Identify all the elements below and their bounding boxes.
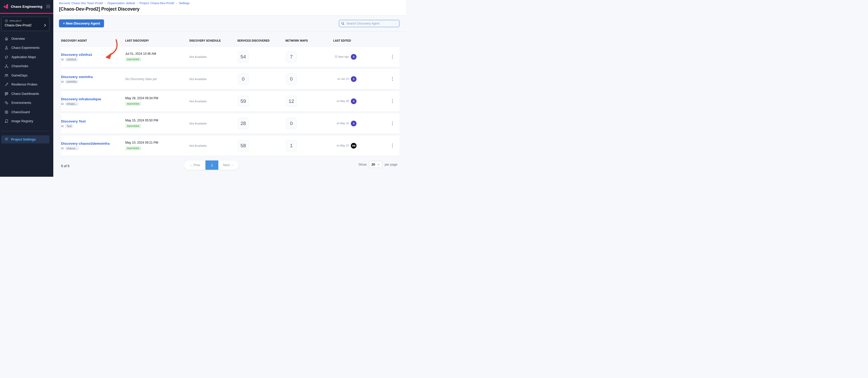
app-switcher-grid-icon[interactable]: [46, 4, 50, 8]
breadcrumb-account[interactable]: Account: Chaos Dev Team Prod2: [59, 2, 103, 5]
flask-icon: [4, 46, 8, 50]
sidebar-item-chaoshubs[interactable]: ChaosHubs: [0, 62, 53, 71]
status-badge: SUCCESS: [125, 146, 141, 150]
per-page-select[interactable]: 20: [369, 161, 382, 168]
sidebar-item-label: Image Registry: [11, 119, 33, 123]
next-page-button[interactable]: Next →: [218, 161, 239, 170]
table-row[interactable]: Discovery Test Id: Test May 15, 2024 05:…: [61, 113, 399, 134]
sidebar-item-label: Environments: [11, 101, 31, 105]
network-maps-count: 7: [286, 51, 297, 63]
table-header-row: DISCOVERY AGENT LAST DISCOVERY DISCOVERY…: [61, 32, 399, 46]
table-row[interactable]: Discovery infraboutique Id: infrabo... M…: [61, 91, 399, 112]
chaos-engineering-logo-icon: [3, 3, 9, 9]
services-discovered-count: 0: [238, 73, 249, 85]
network-maps-count: 1: [286, 140, 297, 151]
probe-pen-icon: [4, 82, 8, 87]
network-maps-count: 0: [286, 73, 297, 85]
row-menu-kebab-icon[interactable]: [391, 98, 394, 104]
services-discovered-count: 54: [238, 51, 249, 63]
agent-name-link[interactable]: Discovery infraboutique: [61, 97, 125, 101]
services-discovered-count: 59: [238, 96, 249, 107]
sidebar-item-label: ChaosGuard: [11, 110, 30, 114]
sidebar-item-chaosguard[interactable]: ChaosGuard: [0, 107, 53, 117]
row-menu-kebab-icon[interactable]: [391, 76, 394, 82]
row-menu-kebab-icon[interactable]: [391, 54, 394, 60]
last-discovery-date: Jul 01, 2024 10:45 AM: [125, 52, 156, 56]
chevron-down-icon: [377, 163, 380, 166]
last-discovery-date: May 15, 2024 05:50 PM: [125, 118, 158, 122]
row-menu-kebab-icon[interactable]: [391, 143, 394, 149]
sidebar-item-project-settings[interactable]: Project Settings: [1, 135, 50, 143]
id-label: Id:: [61, 125, 64, 128]
discovery-schedule-value: Not Available: [189, 100, 237, 103]
sidebar-menu: Overview Chaos Experiments Application M…: [0, 34, 53, 126]
id-label: Id:: [61, 80, 64, 83]
last-edited-time: on May 15: [333, 144, 349, 147]
col-header-last-discovery: LAST DISCOVERY: [125, 39, 189, 42]
network-maps-count: 12: [286, 96, 297, 107]
agent-id-value: infrabo...: [65, 102, 79, 106]
chevron-right-icon: [43, 24, 46, 27]
sidebar-item-environments[interactable]: Environments: [0, 98, 53, 108]
breadcrumb-separator: ›: [137, 2, 138, 5]
last-edited-time: on Jun 14: [333, 77, 349, 80]
sidebar-item-label: Overview: [11, 37, 25, 41]
breadcrumb-organization[interactable]: Organization: default: [107, 2, 135, 5]
registry-file-gear-icon: [4, 119, 8, 123]
discovery-schedule-value: Not Available: [189, 55, 237, 58]
sidebar-item-label: GameDays: [11, 74, 28, 77]
network-maps-count: 0: [286, 118, 297, 129]
cube-icon: [5, 19, 8, 23]
table-row[interactable]: Discovery smrinfra Id: smrinfra No Disco…: [61, 68, 399, 90]
avatar[interactable]: S: [351, 121, 356, 126]
table-row[interactable]: Discovery v2infra1 Id: v2infra1 Jul 01, …: [61, 46, 399, 67]
search-box[interactable]: [339, 20, 399, 27]
col-header-discovery-schedule: DISCOVERY SCHEDULE: [189, 39, 237, 42]
col-header-network-maps: NETWORK MAPS: [285, 39, 333, 42]
avatar[interactable]: S: [351, 76, 356, 82]
sidebar-item-chaos-dashboards[interactable]: Chaos Dashboards: [0, 89, 53, 98]
agent-name-link[interactable]: Discovery smrinfra: [61, 75, 125, 79]
avatar[interactable]: S: [351, 54, 356, 60]
lock-shield-icon: [4, 110, 8, 114]
breadcrumb-project[interactable]: Project: Chaos-Dev-Prod2: [140, 2, 174, 5]
sidebar-item-resilience-probes[interactable]: Resilience Probes: [0, 80, 53, 90]
sidebar-item-gamedays[interactable]: GameDays: [0, 71, 53, 80]
last-edited-time: on May 28: [333, 100, 349, 103]
search-input[interactable]: [346, 22, 397, 25]
agent-id-value: v2infra1: [65, 57, 78, 62]
discovery-schedule-value: Not Available: [189, 144, 237, 147]
project-label: PROJECT: [9, 20, 22, 22]
row-menu-kebab-icon[interactable]: [391, 121, 394, 127]
prev-page-button[interactable]: ← Prev: [184, 161, 206, 170]
last-edited-time: 22 days ago: [333, 55, 349, 58]
status-badge: SUCCESS: [125, 124, 141, 128]
sidebar-item-overview[interactable]: Overview: [0, 34, 53, 43]
pager: ← Prev 1 Next →: [184, 161, 239, 170]
avatar[interactable]: SM: [351, 143, 356, 148]
page-header: Account: Chaos Dev Team Prod2 › Organiza…: [53, 0, 406, 15]
id-label: Id:: [61, 58, 64, 61]
sidebar: Chaos Engineering PROJECT Chaos-Dev-Prod…: [0, 0, 53, 177]
sidebar-accent-bar: [0, 13, 53, 14]
sidebar-item-image-registry[interactable]: Image Registry: [0, 117, 53, 126]
agent-name-link[interactable]: Discovery chaosv2demoinfra: [61, 142, 125, 145]
agent-name-link[interactable]: Discovery v2infra1: [61, 53, 125, 57]
sidebar-item-chaos-experiments[interactable]: Chaos Experiments: [0, 43, 53, 53]
new-discovery-agent-button[interactable]: + New Discovery Agent: [59, 20, 104, 27]
search-icon: [341, 22, 345, 25]
sidebar-item-application-maps[interactable]: Application Maps: [0, 53, 53, 62]
project-selector[interactable]: PROJECT Chaos-Dev-Prod2: [1, 17, 50, 31]
per-page-control: Show 20 per page: [358, 161, 397, 168]
table-row[interactable]: Discovery chaosv2demoinfra Id: chaosv...…: [61, 135, 399, 156]
agent-name-link[interactable]: Discovery Test: [61, 119, 125, 123]
breadcrumb-settings[interactable]: Settings: [179, 2, 190, 5]
app-root: Chaos Engineering PROJECT Chaos-Dev-Prod…: [0, 0, 406, 177]
avatar[interactable]: S: [351, 98, 356, 104]
row-count: 5 of 5: [61, 164, 70, 168]
current-page-button[interactable]: 1: [206, 161, 218, 170]
sidebar-item-label: Resilience Probes: [11, 83, 37, 86]
agent-id-value: Test: [65, 124, 73, 128]
services-discovered-count: 58: [238, 140, 249, 151]
target-circle-icon: [4, 55, 8, 59]
